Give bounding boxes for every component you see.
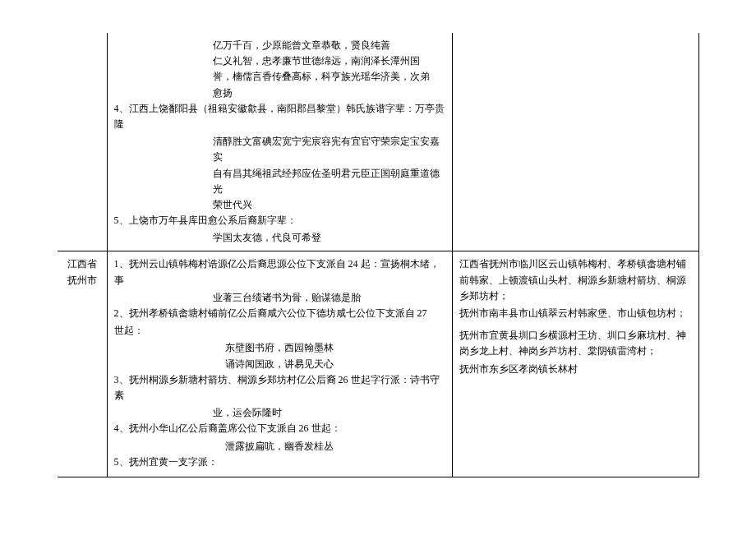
table-row: 江西省 抚州市 1、抚州云山镇韩梅村诰源亿公后裔思源公位下支派自 24 起：宣扬… [58,251,698,477]
row1-right-cell [452,33,698,251]
entry-5-head: 5、抚州宜黄一支字派： [114,454,445,470]
entry-2-center1: 东壁图书府，西园翰墨林 [114,340,445,356]
table-row: 亿万千百，少原能曾文章恭敬，贤良纯善 仁义礼智，忠孝廉节世德绵远，南润泽长潭州国… [58,33,698,251]
document-page: 亿万千百，少原能曾文章恭敬，贤良纯善 仁义礼智，忠孝廉节世德绵远，南润泽长潭州国… [0,0,756,535]
right-p4: 抚州市东乡区孝岗镇长林村 [459,362,692,377]
entry-3-line: 业，运会际隆时 [114,405,445,421]
entry-4-line: 自有昌其绳祖武经邦应佐圣明君元臣正国朝庭重道德光 [114,166,445,197]
entry-1-line: 业著三台绩诸书为骨，贻谋德是胎 [114,290,445,306]
region-label-line2: 抚州市 [67,274,97,286]
right-p2: 抚州市南丰县市山镇翠云村韩家堡、市山镇包坊村； [459,306,692,321]
row1-middle-cell: 亿万千百，少原能曾文章恭敬，贤良纯善 仁义礼智，忠孝廉节世德绵远，南润泽长潭州国… [107,33,452,251]
entry-3-head: 3、抚州桐源乡新塘村箭坊、桐源乡郑坊村亿公后裔 26 世起字行派：诗书守素 [114,372,445,404]
entry-4-line: 清醇胜文富碘宏宽宁宪宸容宪有宜官守荣宗定宝安嘉实 [114,134,445,165]
row1-label-cell [58,33,107,251]
entry-4-head: 4、江西上饶鄱阳县（祖籍安徽歙县，南阳郡昌黎堂）韩氏族谱字辈：万亭贵隆 [114,101,445,132]
entry-2-head2: 世起： [114,323,445,339]
verse-line: 仁义礼智，忠孝廉节世德绵远，南润泽长潭州国 [114,53,445,69]
region-label-line1: 江西省 [67,258,97,270]
entry-5-head: 5、上饶市万年县库田愈公系后裔新字辈： [114,213,445,228]
right-p3: 抚州市宜黄县圳口乡横源村王坊、圳口乡麻坑村、神岗乡龙上村、神岗乡芦坊村、棠阴镇雷… [459,328,692,359]
verse-line: 誉，楠儒言香传叠高标，科亨族光瑶华济美，次弟 [114,69,445,85]
entry-2-head: 2、抚州孝桥镇畲塘村铺前亿公后裔咸六公位下德坊咸七公位下支派自 27 [114,306,445,321]
entry-2-center2: 诵诗闻国政，讲易见天心 [114,357,445,372]
entry-1-head: 1、抚州云山镇韩梅村诰源亿公后裔思源公位下支派自 24 起：宣扬桐木绪，事 [114,256,445,288]
verse-line: 亿万千百，少原能曾文章恭敬，贤良纯善 [114,38,445,53]
row2-right-cell: 江西省抚州市临川区云山镇韩梅村、孝桥镇畲塘村铺前韩家、上顿渡镇山头村、桐源乡新塘… [452,251,698,477]
entry-5-line: 学国太友德，代良可希登 [114,230,445,246]
verse-line: 愈扬 [114,85,445,101]
entry-4-center: 泄露披扁吭，幽香发桂丛 [114,439,445,454]
row2-label-cell: 江西省 抚州市 [58,251,107,477]
entry-4-head: 4、抚州小华山亿公后裔盖席公位下支派自 26 世起： [114,421,445,436]
row2-middle-cell: 1、抚州云山镇韩梅村诰源亿公后裔思源公位下支派自 24 起：宣扬桐木绪，事 业著… [107,251,452,477]
entry-4-line: 荣世代兴 [114,197,445,213]
right-p1: 江西省抚州市临川区云山镇韩梅村、孝桥镇畲塘村铺前韩家、上顿渡镇山头村、桐源乡新塘… [459,256,692,304]
genealogy-table: 亿万千百，少原能曾文章恭敬，贤良纯善 仁义礼智，忠孝廉节世德绵远，南润泽长潭州国… [58,33,699,477]
